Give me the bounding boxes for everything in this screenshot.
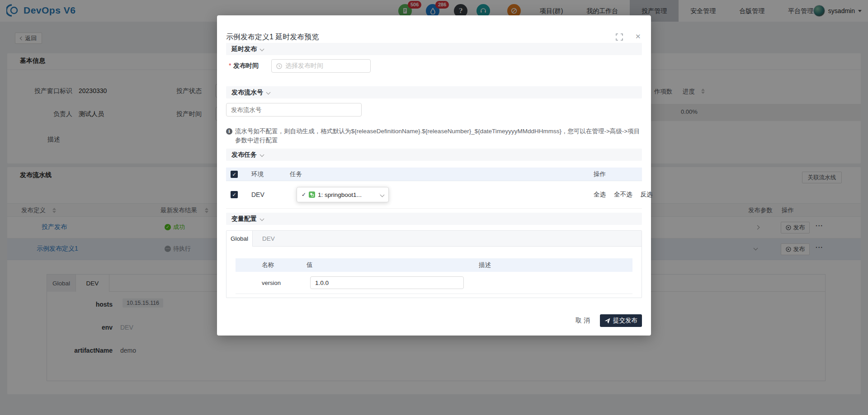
select-all-checkbox[interactable]: ✓ [231,171,238,178]
select-all-link[interactable]: 全选 [594,191,606,198]
info-icon: i [226,128,232,135]
task-env: DEV [242,191,290,198]
release-time-label: 发布时间 [233,62,259,70]
chevron-down-icon [260,217,264,221]
tasks-table: ✓ 环境 任务 操作 ✓ DEV ✓ 1: springboot1... [226,168,642,209]
release-time-placeholder: 选择发布时间 [285,62,323,70]
vars-table-header: 名称 值 描述 [236,258,632,272]
task-row: ✓ DEV ✓ 1: springboot1... 全选 全不选 反选 [226,181,642,209]
section-tasks-title: 发布任务 [231,151,257,159]
section-serial-header[interactable]: 发布流水号 [226,86,642,98]
chevron-down-icon [260,47,264,51]
section-delay-header[interactable]: 延时发布 [226,43,642,55]
tab-dev[interactable]: DEV [253,231,284,246]
pipeline-task-icon [309,191,315,198]
modal-title: 示例发布定义1 延时发布预览 [226,33,319,42]
col-ops: 操作 [585,170,642,178]
delayed-release-modal: 示例发布定义1 延时发布预览 ✕ 延时发布 * 发布时间 选择发布时间 发布流水… [217,15,651,336]
section-tasks-header[interactable]: 发布任务 [226,149,642,161]
submit-release-button[interactable]: 提交发布 [600,314,642,327]
vars-panel: Global DEV 名称 值 描述 version [226,230,642,298]
vars-tabs: Global DEV [226,231,642,247]
section-delay-title: 延时发布 [231,45,257,53]
release-time-picker[interactable]: 选择发布时间 [271,59,371,73]
cancel-button[interactable]: 取 消 [576,317,590,325]
tab-dev-label: DEV [262,235,275,242]
chevron-down-icon [260,153,264,157]
col-value: 值 [299,261,475,269]
serial-info-note: i 流水号如不配置，则自动生成，格式默认为${releaseDefinition… [235,127,642,145]
submit-release-label: 提交发布 [613,317,637,325]
chevron-down-icon [266,90,271,95]
required-asterisk: * [229,62,231,69]
select-invert-link[interactable]: 反选 [640,191,652,198]
selected-check-icon: ✓ [302,191,306,198]
task-select-value: 1: springboot1... [318,191,362,198]
clock-icon [276,63,282,69]
var-row: version [236,272,632,294]
modal-footer: 取 消 提交发布 [576,314,642,327]
task-select[interactable]: ✓ 1: springboot1... [297,187,389,202]
chevron-down-icon [380,192,385,197]
release-time-row: * 发布时间 选择发布时间 [217,59,651,73]
tab-global[interactable]: Global [226,231,253,247]
tab-global-label: Global [231,235,248,242]
col-desc: 描述 [475,261,632,269]
fullscreen-icon[interactable] [616,33,623,41]
col-name: 名称 [236,261,299,269]
section-vars-title: 变量配置 [231,215,257,223]
serial-number-input[interactable] [226,103,362,117]
tasks-table-header: ✓ 环境 任务 操作 [226,168,642,181]
var-name: version [236,280,299,286]
serial-info-text: 流水号如不配置，则自动生成，格式默认为${releaseDefinitionNa… [235,128,640,144]
vars-table: 名称 值 描述 version [236,258,632,294]
section-serial-title: 发布流水号 [231,89,263,97]
app-root: DevOps V6 506 286 ? 项目(群) 我的工作台 投产管理 安全管… [0,0,868,415]
send-icon [604,318,610,324]
var-value-input[interactable] [310,276,464,289]
select-none-link[interactable]: 全不选 [614,191,632,198]
col-task: 任务 [290,170,585,178]
row-checkbox[interactable]: ✓ [231,191,238,198]
close-icon[interactable]: ✕ [635,33,641,41]
col-env: 环境 [242,170,290,178]
section-vars-header[interactable]: 变量配置 [226,213,642,225]
